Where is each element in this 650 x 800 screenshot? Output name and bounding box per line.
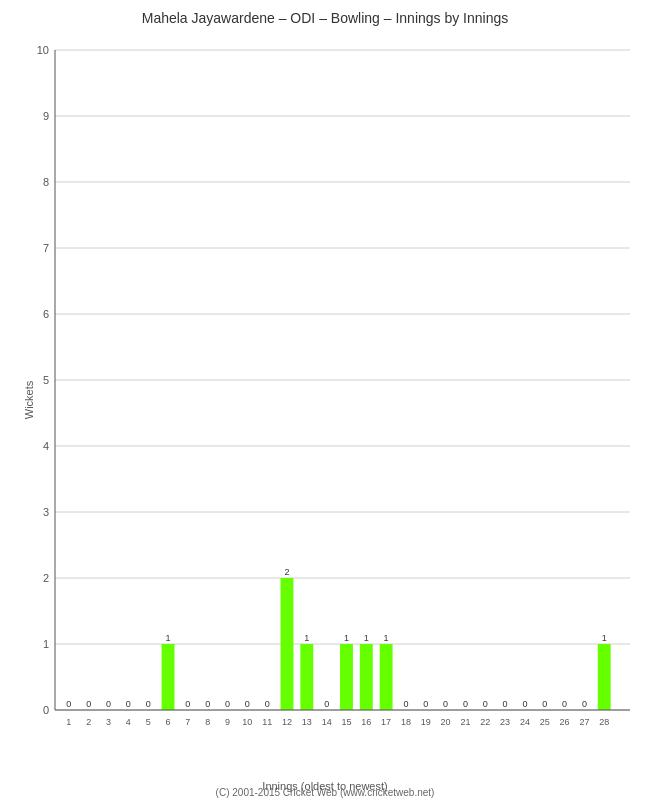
y-axis-label: Wickets xyxy=(23,381,35,420)
svg-text:0: 0 xyxy=(403,699,408,709)
svg-text:0: 0 xyxy=(106,699,111,709)
svg-text:0: 0 xyxy=(522,699,527,709)
svg-text:1: 1 xyxy=(384,633,389,643)
svg-text:22: 22 xyxy=(480,717,490,727)
svg-text:12: 12 xyxy=(282,717,292,727)
svg-text:3: 3 xyxy=(106,717,111,727)
svg-rect-32 xyxy=(162,644,175,710)
svg-text:7: 7 xyxy=(185,717,190,727)
svg-text:24: 24 xyxy=(520,717,530,727)
svg-text:0: 0 xyxy=(245,699,250,709)
svg-text:6: 6 xyxy=(43,308,49,320)
svg-text:0: 0 xyxy=(126,699,131,709)
svg-text:10: 10 xyxy=(242,717,252,727)
svg-rect-82 xyxy=(598,644,611,710)
svg-text:5: 5 xyxy=(146,717,151,727)
svg-text:0: 0 xyxy=(483,699,488,709)
svg-text:25: 25 xyxy=(540,717,550,727)
svg-text:9: 9 xyxy=(43,110,49,122)
chart-area: 0123456789100102030405160708090100112121… xyxy=(55,40,635,735)
svg-text:21: 21 xyxy=(460,717,470,727)
svg-text:0: 0 xyxy=(86,699,91,709)
svg-text:10: 10 xyxy=(37,44,49,56)
chart-container: Mahela Jayawardene – ODI – Bowling – Inn… xyxy=(0,0,650,800)
svg-text:27: 27 xyxy=(579,717,589,727)
svg-text:11: 11 xyxy=(262,717,272,727)
svg-text:0: 0 xyxy=(503,699,508,709)
svg-text:0: 0 xyxy=(43,704,49,716)
chart-title: Mahela Jayawardene – ODI – Bowling – Inn… xyxy=(0,0,650,31)
svg-text:0: 0 xyxy=(542,699,547,709)
svg-text:0: 0 xyxy=(205,699,210,709)
svg-text:0: 0 xyxy=(225,699,230,709)
svg-text:8: 8 xyxy=(205,717,210,727)
svg-text:28: 28 xyxy=(599,717,609,727)
svg-text:0: 0 xyxy=(423,699,428,709)
svg-text:1: 1 xyxy=(602,633,607,643)
svg-rect-45 xyxy=(281,578,294,710)
svg-text:20: 20 xyxy=(441,717,451,727)
chart-svg: 0123456789100102030405160708090100112121… xyxy=(55,40,635,735)
svg-text:1: 1 xyxy=(66,717,71,727)
svg-text:9: 9 xyxy=(225,717,230,727)
svg-text:8: 8 xyxy=(43,176,49,188)
svg-text:2: 2 xyxy=(284,567,289,577)
svg-text:19: 19 xyxy=(421,717,431,727)
svg-rect-59 xyxy=(380,644,393,710)
svg-rect-48 xyxy=(300,644,313,710)
svg-rect-53 xyxy=(340,644,353,710)
svg-text:17: 17 xyxy=(381,717,391,727)
svg-text:2: 2 xyxy=(86,717,91,727)
svg-text:3: 3 xyxy=(43,506,49,518)
svg-text:7: 7 xyxy=(43,242,49,254)
svg-text:23: 23 xyxy=(500,717,510,727)
svg-text:0: 0 xyxy=(185,699,190,709)
svg-text:18: 18 xyxy=(401,717,411,727)
svg-text:0: 0 xyxy=(324,699,329,709)
svg-text:0: 0 xyxy=(443,699,448,709)
svg-text:4: 4 xyxy=(126,717,131,727)
svg-text:1: 1 xyxy=(43,638,49,650)
svg-text:1: 1 xyxy=(304,633,309,643)
svg-text:1: 1 xyxy=(166,633,171,643)
svg-text:5: 5 xyxy=(43,374,49,386)
svg-text:13: 13 xyxy=(302,717,312,727)
svg-text:0: 0 xyxy=(66,699,71,709)
svg-text:1: 1 xyxy=(364,633,369,643)
svg-text:0: 0 xyxy=(582,699,587,709)
svg-text:26: 26 xyxy=(560,717,570,727)
svg-text:14: 14 xyxy=(322,717,332,727)
svg-text:15: 15 xyxy=(341,717,351,727)
svg-text:6: 6 xyxy=(166,717,171,727)
svg-text:0: 0 xyxy=(265,699,270,709)
copyright-text: (C) 2001-2015 Cricket Web (www.cricketwe… xyxy=(216,787,435,798)
svg-text:0: 0 xyxy=(562,699,567,709)
svg-text:0: 0 xyxy=(463,699,468,709)
svg-rect-56 xyxy=(360,644,373,710)
svg-text:0: 0 xyxy=(146,699,151,709)
svg-text:1: 1 xyxy=(344,633,349,643)
svg-text:16: 16 xyxy=(361,717,371,727)
svg-text:4: 4 xyxy=(43,440,49,452)
svg-text:2: 2 xyxy=(43,572,49,584)
